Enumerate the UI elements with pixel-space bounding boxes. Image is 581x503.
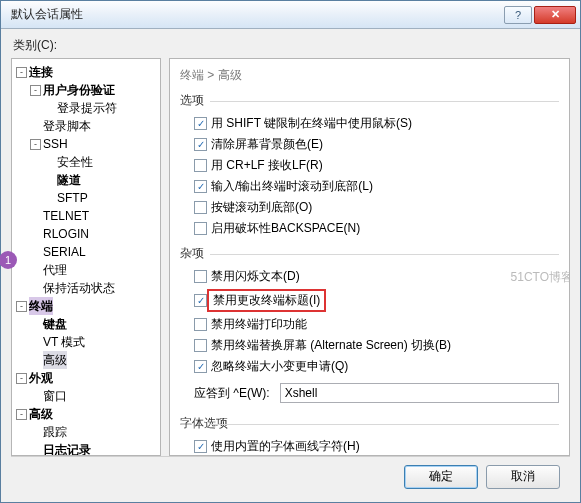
chk-crlf[interactable] xyxy=(194,159,207,172)
lbl-blink: 禁用闪烁文本(D) xyxy=(211,268,300,285)
tree-terminal[interactable]: 终端 xyxy=(29,297,53,315)
section-font: 字体选项 xyxy=(180,415,559,432)
lbl-shift-mouse: 用 SHIFT 键限制在终端中使用鼠标(S) xyxy=(211,115,412,132)
lbl-font-line: 使用内置的字体画线字符(H) xyxy=(211,438,360,455)
dialog-title: 默认会话属性 xyxy=(5,6,504,23)
expand-icon[interactable]: - xyxy=(30,139,41,150)
lbl-crlf: 用 CR+LF 接收LF(R) xyxy=(211,157,323,174)
window-controls: ? ✕ xyxy=(504,6,576,24)
tree-vt[interactable]: VT 模式 xyxy=(43,333,85,351)
chk-backspace[interactable] xyxy=(194,222,207,235)
section-options: 选项 xyxy=(180,92,559,109)
tree-sftp[interactable]: SFTP xyxy=(57,189,88,207)
chk-altscreen[interactable] xyxy=(194,339,207,352)
tree-keyboard[interactable]: 键盘 xyxy=(43,315,67,333)
breadcrumb: 终端 > 高级 xyxy=(180,67,559,84)
expand-icon[interactable]: - xyxy=(16,409,27,420)
tree-tunnel[interactable]: 隧道 xyxy=(57,171,81,189)
chk-clear-bg[interactable] xyxy=(194,138,207,151)
settings-panel: 51CTO博客 终端 > 高级 选项 用 SHIFT 键限制在终端中使用鼠标(S… xyxy=(169,58,570,456)
dialog-body: 类别(C): 1 -连接 -用户身份验证 登录提示符 登录脚本 -SSH 安全性 xyxy=(1,29,580,502)
answerback-label: 应答到 ^E(W): xyxy=(194,385,270,402)
expand-icon[interactable]: - xyxy=(16,373,27,384)
tree-auth[interactable]: 用户身份验证 xyxy=(43,81,115,99)
tree-rlogin[interactable]: RLOGIN xyxy=(43,225,89,243)
tree-ssh[interactable]: SSH xyxy=(43,135,68,153)
section-misc: 杂项 xyxy=(180,245,559,262)
expand-icon[interactable]: - xyxy=(30,85,41,96)
lbl-title: 禁用更改终端标题(I) xyxy=(207,289,326,312)
chk-resize[interactable] xyxy=(194,360,207,373)
expand-icon[interactable]: - xyxy=(16,301,27,312)
tree-login-script[interactable]: 登录脚本 xyxy=(43,117,91,135)
chk-scroll-key[interactable] xyxy=(194,201,207,214)
answerback-input[interactable] xyxy=(280,383,559,403)
help-button[interactable]: ? xyxy=(504,6,532,24)
dialog-window: 默认会话属性 ? ✕ 类别(C): 1 -连接 -用户身份验证 登录提示符 登录… xyxy=(0,0,581,503)
lbl-clear-bg: 清除屏幕背景颜色(E) xyxy=(211,136,323,153)
dialog-footer: 确定 取消 xyxy=(11,456,570,496)
tree-trace[interactable]: 跟踪 xyxy=(43,423,67,441)
lbl-print: 禁用终端打印功能 xyxy=(211,316,307,333)
chk-blink[interactable] xyxy=(194,270,207,283)
cancel-button[interactable]: 取消 xyxy=(486,465,560,489)
category-label: 类别(C): xyxy=(13,37,570,54)
lbl-scroll-key: 按键滚动到底部(O) xyxy=(211,199,312,216)
tree-adv2[interactable]: 高级 xyxy=(29,405,53,423)
tree-login-prompt[interactable]: 登录提示符 xyxy=(57,99,117,117)
chk-shift-mouse[interactable] xyxy=(194,117,207,130)
lbl-resize: 忽略终端大小变更申请(Q) xyxy=(211,358,348,375)
tree-serial[interactable]: SERIAL xyxy=(43,243,86,261)
tree-proxy[interactable]: 代理 xyxy=(43,261,67,279)
expand-icon[interactable]: - xyxy=(16,67,27,78)
tree-telnet[interactable]: TELNET xyxy=(43,207,89,225)
tree-logging[interactable]: 日志记录 xyxy=(43,441,91,456)
main-area: 1 -连接 -用户身份验证 登录提示符 登录脚本 -SSH 安全性 xyxy=(11,58,570,456)
tree-connection[interactable]: 连接 xyxy=(29,63,53,81)
tree-advanced[interactable]: 高级 xyxy=(43,351,67,369)
close-button[interactable]: ✕ xyxy=(534,6,576,24)
chk-scroll-out[interactable] xyxy=(194,180,207,193)
lbl-scroll-out: 输入/输出终端时滚动到底部(L) xyxy=(211,178,373,195)
lbl-backspace: 启用破坏性BACKSPACE(N) xyxy=(211,220,360,237)
ok-button[interactable]: 确定 xyxy=(404,465,478,489)
chk-print[interactable] xyxy=(194,318,207,331)
lbl-altscreen: 禁用终端替换屏幕 (Alternate Screen) 切换(B) xyxy=(211,337,451,354)
category-tree[interactable]: -连接 -用户身份验证 登录提示符 登录脚本 -SSH 安全性 隧道 SFTP xyxy=(11,58,161,456)
tree-keepalive[interactable]: 保持活动状态 xyxy=(43,279,115,297)
tree-window[interactable]: 窗口 xyxy=(43,387,67,405)
chk-font-line[interactable] xyxy=(194,440,207,453)
tree-security[interactable]: 安全性 xyxy=(57,153,93,171)
tree-appearance[interactable]: 外观 xyxy=(29,369,53,387)
chk-title[interactable] xyxy=(194,294,207,307)
titlebar: 默认会话属性 ? ✕ xyxy=(1,1,580,29)
